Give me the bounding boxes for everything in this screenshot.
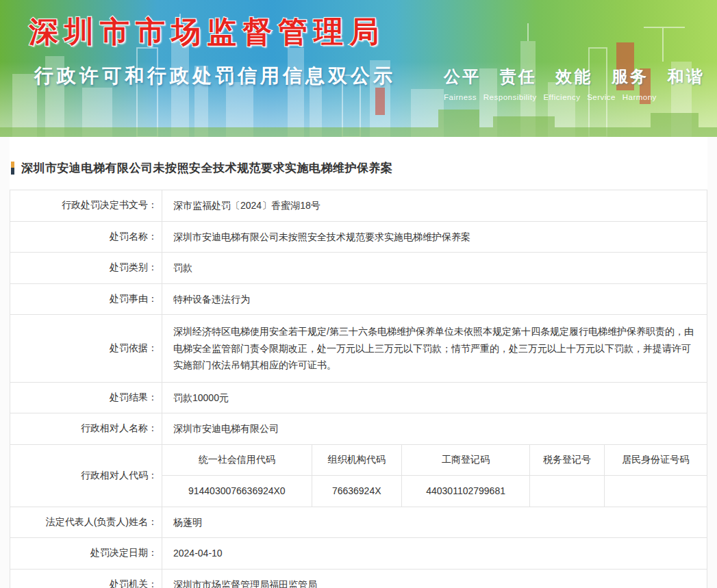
table-row-party-name: 行政相对人名称： 深圳市安迪电梯有限公司 (10, 413, 707, 445)
row-label: 处罚事由： (10, 284, 162, 315)
row-value: 2024-04-10 (162, 538, 707, 569)
code-header-tax-reg: 税务登记号 (530, 445, 604, 476)
code-header-id-number: 居民身份证号码 (605, 445, 707, 476)
row-value: 杨蓬明 (162, 507, 707, 538)
row-value: 深圳市安迪电梯有限公司 (162, 413, 707, 444)
row-label: 法定代表人(负责人)姓名： (10, 507, 162, 538)
row-value: 罚款10000元 (162, 383, 707, 413)
row-label: 处罚依据： (10, 315, 162, 382)
row-label: 行政相对人代码： (10, 445, 162, 507)
row-label: 处罚决定日期： (10, 538, 162, 569)
row-label: 行政处罚决定书文号： (10, 190, 162, 221)
slogans: 公平 责任 效能 服务 和谐 Fairness Responsibility E… (444, 66, 705, 101)
code-header-business-reg: 工商登记码 (402, 445, 531, 476)
table-row-penalty-basis: 处罚依据： 深圳经济特区电梯使用安全若干规定/第三十六条电梯维护保养单位未依照本… (10, 315, 707, 383)
table-row-penalty-reason: 处罚事由： 特种设备违法行为 (10, 284, 707, 316)
code-value-id-number (605, 476, 707, 507)
slogan-english: Fairness Responsibility Efficiency Servi… (444, 93, 705, 101)
code-header-credit-code: 统一社会信用代码 (162, 445, 312, 476)
penalty-info-table: 行政处罚决定书文号： 深市监福处罚〔2024〕香蜜湖18号 处罚名称： 深圳市安… (10, 190, 707, 588)
table-row-penalty-name: 处罚名称： 深圳市安迪电梯有限公司未按照安全技术规范要求实施电梯维护保养案 (10, 222, 707, 253)
table-row-party-codes: 行政相对人代码： 统一社会信用代码 组织机构代码 工商登记码 税务登记号 居民身… (10, 445, 707, 507)
case-title-row: 深圳市安迪电梯有限公司未按照安全技术规范要求实施电梯维护保养案 (10, 155, 707, 190)
table-row-penalty-authority: 处罚机关： 深圳市市场监督管理局福田监管局 (10, 570, 707, 588)
title-marker (11, 162, 14, 175)
row-label: 处罚名称： (10, 222, 162, 253)
table-row-legal-representative: 法定代表人(负责人)姓名： 杨蓬明 (10, 507, 707, 539)
row-label: 处罚机关： (10, 570, 162, 588)
row-value: 深市监福处罚〔2024〕香蜜湖18号 (162, 190, 707, 221)
code-value-org-code: 76636924X (312, 476, 402, 507)
page-title: 深圳市安迪电梯有限公司未按照安全技术规范要求实施电梯维护保养案 (21, 160, 393, 176)
site-banner: 深圳市市场监督管理局 行政许可和行政处罚信用信息双公示 公平 责任 效能 服务 … (0, 0, 717, 137)
code-header-org-code: 组织机构代码 (312, 445, 402, 476)
org-title: 深圳市市场监督管理局 (29, 12, 385, 52)
row-value: 深圳市市场监督管理局福田监管局 (162, 570, 707, 588)
row-value: 深圳经济特区电梯使用安全若干规定/第三十六条电梯维护保养单位未依照本规定第十四条… (162, 315, 707, 382)
row-label: 处罚类别： (10, 253, 162, 283)
code-value-credit-code: 9144030076636924X0 (162, 476, 312, 507)
code-value-business-reg: 440301102799681 (402, 476, 531, 507)
main-content: 深圳市安迪电梯有限公司未按照安全技术规范要求实施电梯维护保养案 行政处罚决定书文… (10, 137, 707, 588)
row-value: 罚款 (162, 253, 707, 283)
table-row-decision-number: 行政处罚决定书文号： 深市监福处罚〔2024〕香蜜湖18号 (10, 190, 707, 222)
slogan-chinese: 公平 责任 效能 服务 和谐 (444, 66, 705, 88)
table-row-penalty-category: 处罚类别： 罚款 (10, 253, 707, 284)
table-row-penalty-result: 处罚结果： 罚款10000元 (10, 383, 707, 414)
row-value: 深圳市安迪电梯有限公司未按照安全技术规范要求实施电梯维护保养案 (162, 222, 707, 253)
row-label: 行政相对人名称： (10, 413, 162, 444)
code-value-tax-reg (530, 476, 604, 507)
row-label: 处罚结果： (10, 383, 162, 413)
row-value: 特种设备违法行为 (162, 284, 707, 315)
banner-subtitle: 行政许可和行政处罚信用信息双公示 (34, 63, 396, 89)
party-codes-subtable: 统一社会信用代码 组织机构代码 工商登记码 税务登记号 居民身份证号码 9144… (162, 445, 707, 507)
table-row-decision-date: 处罚决定日期： 2024-04-10 (10, 538, 707, 570)
